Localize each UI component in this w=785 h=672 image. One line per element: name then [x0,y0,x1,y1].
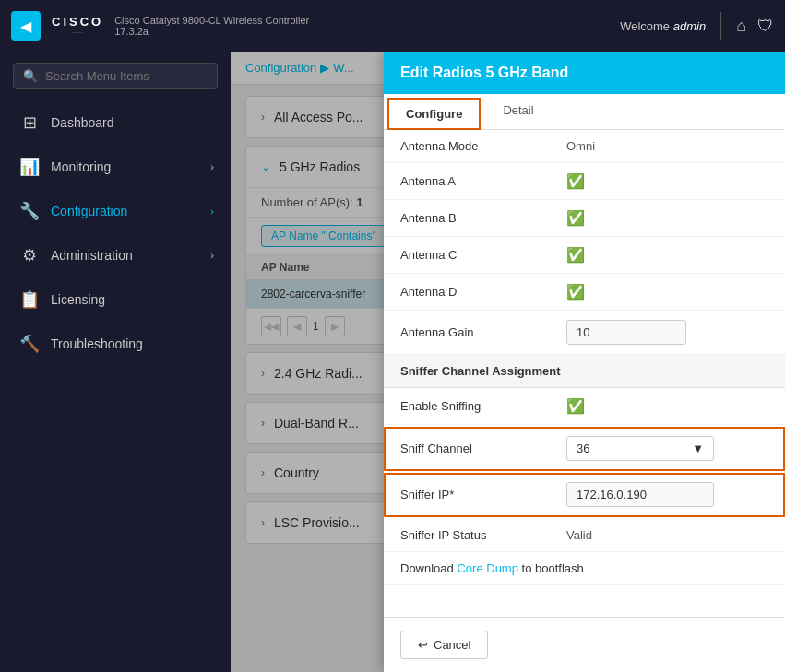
antenna-a-row: Antenna A ✅ [384,163,785,200]
antenna-mode-row: Antenna Mode Omni [384,130,785,163]
sidebar-item-dashboard[interactable]: ⊞ Dashboard [0,100,231,145]
back-button[interactable]: ◀ [11,11,41,41]
app-title: Cisco Catalyst 9800-CL Wireless Controll… [114,15,609,37]
username: admin [673,19,706,33]
antenna-gain-row: Antenna Gain [384,311,785,355]
enable-sniffing-row: Enable Sniffing ✅ [384,388,785,425]
antenna-mode-value: Omni [566,139,768,153]
sniff-channel-select[interactable]: 36 ▼ [566,436,714,461]
tab-configure[interactable]: Configure [387,98,481,130]
tab-detail[interactable]: Detail [484,94,552,129]
dashboard-icon: ⊞ [19,112,40,133]
modal-tabs: Configure Detail [384,94,785,130]
core-dump-link[interactable]: Core Dump [457,561,517,575]
welcome-text: Welcome admin [620,19,706,33]
antenna-b-checkbox[interactable]: ✅ [566,209,585,227]
sidebar-item-configuration[interactable]: 🔧 Configuration › [0,189,231,233]
sniff-channel-value: 36 [577,442,589,455]
monitoring-icon: 📊 [19,157,40,177]
cisco-logo-text: cisco [52,15,103,29]
sidebar: 🔍 ⊞ Dashboard 📊 Monitoring › 🔧 Configura… [0,52,231,672]
antenna-b-label: Antenna B [400,211,566,225]
header-divider [720,12,721,40]
chevron-icon: › [210,206,214,217]
sniffer-ip-input[interactable] [566,482,714,507]
detail-tab-label: Detail [503,103,533,117]
antenna-gain-input[interactable] [566,320,686,345]
enable-sniffing-checkbox[interactable]: ✅ [566,397,585,415]
sniffer-ip-status-value: Valid [566,528,592,542]
sidebar-item-monitoring[interactable]: 📊 Monitoring › [0,145,231,189]
modal-header: Edit Radios 5 GHz Band [384,52,785,94]
dropdown-arrow-icon: ▼ [692,442,704,455]
download-row: Download Core Dump to bootflash [384,552,785,585]
configuration-icon: 🔧 [19,201,40,221]
antenna-c-row: Antenna C ✅ [384,237,785,274]
antenna-c-checkbox[interactable]: ✅ [566,246,585,264]
antenna-a-checkbox[interactable]: ✅ [566,172,585,190]
sidebar-item-label: Dashboard [51,115,114,130]
main-layout: 🔍 ⊞ Dashboard 📊 Monitoring › 🔧 Configura… [0,52,785,672]
antenna-b-row: Antenna B ✅ [384,200,785,237]
chevron-icon: › [210,250,214,261]
modal-body: Antenna Mode Omni Antenna A ✅ Antenna B … [384,130,785,617]
antenna-mode-label: Antenna Mode [400,139,566,153]
modal-overlay: Edit Radios 5 GHz Band Configure Detail … [231,52,785,672]
cancel-button[interactable]: ↩ Cancel [400,631,488,659]
sidebar-item-label: Licensing [51,292,105,307]
header-icons: ⌂ 🛡 [736,17,774,36]
sidebar-item-label: Administration [51,248,133,263]
sidebar-item-label: Monitoring [51,159,111,174]
top-header: ◀ cisco ····· Cisco Catalyst 9800-CL Wir… [0,0,785,52]
antenna-d-row: Antenna D ✅ [384,274,785,311]
home-icon[interactable]: ⌂ [736,17,746,36]
modal-title: Edit Radios 5 GHz Band [400,65,568,80]
sniffer-section-title: Sniffer Channel Assignment [384,355,785,388]
sidebar-item-troubleshooting[interactable]: 🔨 Troubleshooting [0,322,231,366]
cisco-logo: cisco ····· [52,15,103,37]
cancel-label: Cancel [434,638,470,652]
configure-tab-label: Configure [406,107,462,121]
sniffer-ip-status-label: Sniffer IP Status [400,528,566,542]
antenna-d-checkbox[interactable]: ✅ [566,283,585,301]
cisco-logo-dots: ····· [73,29,83,37]
sidebar-item-label: Troubleshooting [51,336,143,351]
modal-footer: ↩ Cancel [384,617,785,672]
sniffer-ip-label: Sniffer IP* [400,488,566,501]
antenna-gain-label: Antenna Gain [400,325,566,339]
search-icon: 🔍 [23,69,38,83]
shield-icon[interactable]: 🛡 [757,17,774,36]
content-area: Configuration ▶ W... › All Access Po... … [231,52,785,672]
search-box[interactable]: 🔍 [13,63,218,89]
sidebar-item-licensing[interactable]: 📋 Licensing [0,277,231,322]
antenna-d-label: Antenna D [400,285,566,299]
chevron-icon: › [210,161,214,172]
antenna-c-label: Antenna C [400,248,566,262]
sniff-channel-label: Sniff Channel [400,442,566,455]
enable-sniffing-label: Enable Sniffing [400,399,566,413]
cancel-icon: ↩ [418,638,428,652]
modal-panel: Edit Radios 5 GHz Band Configure Detail … [384,52,785,672]
administration-icon: ⚙ [19,245,40,265]
sidebar-item-administration[interactable]: ⚙ Administration › [0,233,231,277]
download-suffix: to bootflash [522,561,584,575]
sniffer-ip-row: Sniffer IP* [384,473,785,517]
download-label: Download [400,561,454,575]
download-text: Download Core Dump to bootflash [400,561,584,575]
header-right: Welcome admin ⌂ 🛡 [620,12,774,40]
sniffer-ip-status-row: Sniffer IP Status Valid [384,519,785,552]
antenna-a-label: Antenna A [400,174,566,188]
sidebar-item-label: Configuration [51,204,127,218]
sniff-channel-row: Sniff Channel 36 ▼ [384,427,785,471]
licensing-icon: 📋 [19,289,40,310]
search-input[interactable] [45,69,208,83]
troubleshooting-icon: 🔨 [19,334,40,354]
app-version: 17.3.2a [114,26,609,37]
app-title-text: Cisco Catalyst 9800-CL Wireless Controll… [114,15,609,26]
